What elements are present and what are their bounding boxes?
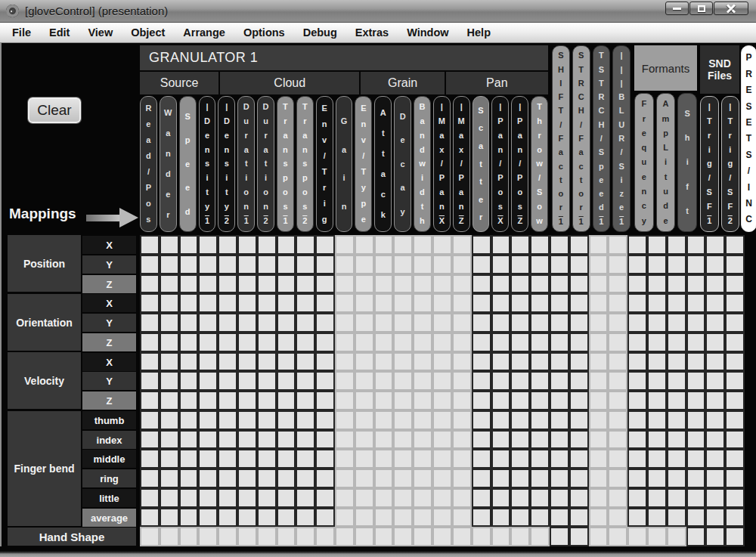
matrix-cell[interactable] <box>335 508 355 528</box>
matrix-cell[interactable] <box>472 430 491 450</box>
matrix-cell[interactable] <box>686 527 706 546</box>
matrix-cell[interactable] <box>393 255 413 274</box>
matrix-cell[interactable] <box>550 391 569 410</box>
matrix-cell[interactable] <box>335 371 355 391</box>
row-position-x[interactable]: X <box>82 236 136 254</box>
matrix-cell[interactable] <box>667 488 686 508</box>
matrix-cell[interactable] <box>393 410 413 430</box>
matrix-cell[interactable] <box>257 410 277 430</box>
matrix-cell[interactable] <box>277 488 296 508</box>
row-finger-bend-middle[interactable]: middle <box>82 450 136 468</box>
matrix-cell[interactable] <box>432 333 452 352</box>
matrix-cell[interactable] <box>647 527 667 546</box>
matrix-cell[interactable] <box>472 410 491 430</box>
matrix-cell[interactable] <box>569 313 589 333</box>
matrix-cell[interactable] <box>667 371 686 391</box>
matrix-cell[interactable] <box>569 255 589 274</box>
matrix-cell[interactable] <box>374 274 394 294</box>
matrix-cell[interactable] <box>296 488 315 508</box>
param-transpos-2[interactable]: Transpos2 <box>296 96 314 232</box>
matrix-cell[interactable] <box>472 508 491 528</box>
menu-item-view[interactable]: View <box>79 23 122 42</box>
matrix-cell[interactable] <box>510 255 530 274</box>
matrix-cell[interactable] <box>335 333 355 352</box>
matrix-cell[interactable] <box>315 527 335 546</box>
param-env-trig[interactable]: Env/Trig <box>316 96 333 232</box>
matrix-cell[interactable] <box>647 313 667 333</box>
matrix-cell[interactable] <box>627 313 647 333</box>
matrix-cell[interactable] <box>705 469 725 488</box>
menu-item-options[interactable]: Options <box>234 23 294 42</box>
matrix-cell[interactable] <box>589 333 609 352</box>
matrix-cell[interactable] <box>550 410 569 430</box>
matrix-cell[interactable] <box>589 235 609 255</box>
matrix-cell[interactable] <box>686 313 706 333</box>
matrix-cell[interactable] <box>413 274 432 294</box>
matrix-cell[interactable] <box>725 371 745 391</box>
matrix-cell[interactable] <box>218 313 237 333</box>
matrix-cell[interactable] <box>277 430 296 450</box>
matrix-cell[interactable] <box>647 235 667 255</box>
matrix-cell[interactable] <box>296 508 315 528</box>
menu-item-edit[interactable]: Edit <box>40 23 79 42</box>
matrix-cell[interactable] <box>472 235 491 255</box>
matrix-cell[interactable] <box>374 371 394 391</box>
matrix-cell[interactable] <box>725 313 745 333</box>
row-finger-bend-thumb[interactable]: thumb <box>82 411 136 429</box>
row-finger-bend-ring[interactable]: ring <box>82 469 136 487</box>
matrix-cell[interactable] <box>315 469 335 488</box>
matrix-cell[interactable] <box>491 333 511 352</box>
matrix-cell[interactable] <box>589 255 609 274</box>
matrix-cell[interactable] <box>140 391 160 410</box>
matrix-cell[interactable] <box>432 313 452 333</box>
matrix-cell[interactable] <box>569 293 589 313</box>
matrix-cell[interactable] <box>627 255 647 274</box>
param-scatter[interactable]: Scatter <box>472 96 490 232</box>
matrix-cell[interactable] <box>647 449 667 469</box>
param-bandwidth[interactable]: Bandwidth <box>414 96 431 232</box>
matrix-cell[interactable] <box>393 352 413 372</box>
matrix-cell[interactable] <box>257 508 277 528</box>
matrix-cell[interactable] <box>510 235 530 255</box>
matrix-cell[interactable] <box>160 235 179 255</box>
matrix-cell[interactable] <box>179 469 199 488</box>
matrix-cell[interactable] <box>355 508 374 528</box>
matrix-cell[interactable] <box>237 313 257 333</box>
param-trig-sf-2[interactable]: |Trig/SF2 <box>721 96 740 232</box>
matrix-cell[interactable] <box>140 255 160 274</box>
matrix-cell[interactable] <box>491 410 511 430</box>
matrix-cell[interactable] <box>589 391 609 410</box>
matrix-cell[interactable] <box>315 352 335 372</box>
matrix-cell[interactable] <box>569 391 589 410</box>
matrix-cell[interactable] <box>608 274 627 294</box>
matrix-cell[interactable] <box>510 469 530 488</box>
matrix-cell[interactable] <box>550 352 569 372</box>
matrix-cell[interactable] <box>355 449 374 469</box>
matrix-cell[interactable] <box>277 371 296 391</box>
matrix-cell[interactable] <box>647 488 667 508</box>
matrix-cell[interactable] <box>725 469 745 488</box>
matrix-cell[interactable] <box>452 469 472 488</box>
matrix-cell[interactable] <box>218 274 237 294</box>
param-max-pan-x[interactable]: |Max/PanX <box>433 96 451 232</box>
matrix-cell[interactable] <box>705 449 725 469</box>
matrix-cell[interactable] <box>510 508 530 528</box>
matrix-cell[interactable] <box>725 255 745 274</box>
matrix-cell[interactable] <box>472 391 491 410</box>
matrix-cell[interactable] <box>355 352 374 372</box>
matrix-cell[interactable] <box>627 449 647 469</box>
matrix-cell[interactable] <box>218 293 237 313</box>
matrix-cell[interactable] <box>686 469 706 488</box>
matrix-cell[interactable] <box>510 293 530 313</box>
matrix-cell[interactable] <box>647 430 667 450</box>
matrix-cell[interactable] <box>647 391 667 410</box>
matrix-cell[interactable] <box>530 488 550 508</box>
matrix-cell[interactable] <box>179 235 199 255</box>
matrix-cell[interactable] <box>218 527 237 546</box>
matrix-cell[interactable] <box>608 430 627 450</box>
matrix-cell[interactable] <box>374 469 394 488</box>
matrix-cell[interactable] <box>725 430 745 450</box>
matrix-cell[interactable] <box>179 371 199 391</box>
matrix-cell[interactable] <box>472 469 491 488</box>
param-speed[interactable]: Speed <box>179 96 197 232</box>
